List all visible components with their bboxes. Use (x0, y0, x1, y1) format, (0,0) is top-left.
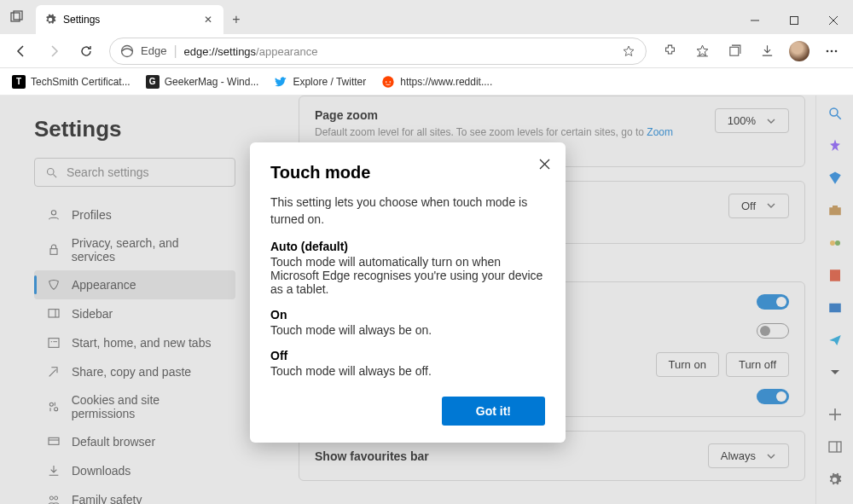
toggle-switch[interactable] (757, 294, 789, 310)
got-it-button[interactable]: Got it! (442, 397, 545, 426)
search-icon[interactable] (822, 101, 848, 126)
favorites-button[interactable] (688, 37, 717, 66)
nav-icon (46, 399, 61, 414)
favorite-item[interactable]: T TechSmith Certificat... (7, 72, 136, 92)
nav-item-default-browser[interactable]: Default browser (34, 427, 235, 456)
edge-icon (120, 44, 134, 58)
drop-icon[interactable] (822, 327, 848, 353)
search-input-field[interactable] (67, 165, 224, 179)
svg-rect-18 (50, 249, 57, 255)
nav-icon (46, 335, 61, 350)
hide-sidebar-icon[interactable] (822, 434, 848, 460)
svg-point-17 (51, 211, 55, 215)
svg-point-15 (48, 168, 55, 175)
chevron-down-icon (766, 116, 776, 126)
favorite-item[interactable]: G GeekerMag - Wind... (141, 72, 264, 92)
svg-point-30 (49, 496, 53, 500)
maximize-button[interactable] (775, 7, 814, 34)
sidebar-settings-icon[interactable] (822, 466, 848, 492)
svg-point-31 (55, 496, 58, 500)
nav-item-privacy-search-and-services[interactable]: Privacy, search, and services (34, 229, 235, 270)
toggle-switch[interactable] (757, 323, 789, 339)
option-description: Touch mode will always be off. (270, 364, 545, 378)
svg-rect-46 (829, 304, 841, 313)
chevron-down-icon (766, 200, 776, 211)
outlook-icon[interactable] (822, 295, 848, 321)
card-title: Page zoom (315, 108, 701, 122)
nav-label: Privacy, search, and services (72, 236, 223, 264)
nav-item-family-safety[interactable]: Family safety (34, 485, 235, 504)
svg-rect-45 (830, 269, 840, 281)
option-title: Off (270, 349, 545, 362)
minimize-button[interactable] (735, 7, 775, 34)
extensions-button[interactable] (655, 37, 684, 66)
nav-icon (46, 242, 61, 258)
browser-tab[interactable]: Settings ✕ (36, 5, 223, 34)
nav-item-profiles[interactable]: Profiles (34, 200, 235, 229)
page-title: Settings (34, 116, 235, 142)
nav-item-sidebar[interactable]: Sidebar (34, 299, 235, 328)
toggle-switch[interactable] (757, 389, 789, 404)
nav-label: Downloads (72, 464, 131, 478)
tools-icon[interactable] (822, 198, 848, 223)
tab-actions-button[interactable] (0, 0, 34, 34)
favorite-item[interactable]: https://www.reddit.... (376, 72, 497, 92)
add-button[interactable] (822, 402, 848, 427)
refresh-button[interactable] (72, 37, 101, 66)
nav-label: Sidebar (72, 307, 113, 321)
zoom-select[interactable]: 100% (715, 108, 789, 133)
svg-point-44 (835, 240, 840, 246)
nav-item-appearance[interactable]: Appearance (34, 270, 235, 299)
nav-icon (46, 306, 61, 322)
svg-rect-42 (833, 206, 838, 208)
option-description: Touch mode will automatically turn on wh… (270, 255, 545, 296)
address-bar[interactable]: Edge | edge://settings/appearance (109, 38, 647, 65)
more-menu-button[interactable] (817, 37, 846, 66)
svg-point-13 (386, 81, 387, 83)
nav-label: Share, copy and paste (72, 365, 191, 379)
games-icon[interactable] (822, 230, 848, 256)
nav-item-share-copy-and-paste[interactable]: Share, copy and paste (34, 357, 235, 386)
new-tab-button[interactable]: + (223, 5, 249, 34)
dialog-title: Touch mode (270, 163, 545, 182)
turn-on-button[interactable]: Turn on (656, 352, 719, 377)
favourites-bar-select[interactable]: Always (708, 443, 789, 468)
svg-point-24 (49, 403, 53, 406)
svg-rect-49 (829, 442, 841, 452)
settings-nav: ProfilesPrivacy, search, and servicesApp… (34, 200, 235, 504)
titlebar: Settings ✕ + (0, 0, 853, 34)
toolbar: Edge | edge://settings/appearance (0, 34, 853, 68)
chevron-down-icon[interactable] (822, 360, 848, 385)
card-title: Show favourites bar (315, 449, 429, 463)
option-description: Touch mode will always be on. (270, 323, 545, 337)
close-icon[interactable]: ✕ (201, 13, 215, 26)
reddit-icon (381, 75, 395, 89)
office-icon[interactable] (822, 263, 848, 288)
nav-item-downloads[interactable]: Downloads (34, 456, 235, 485)
collections-button[interactable] (720, 37, 749, 66)
discover-icon[interactable] (822, 133, 848, 159)
back-button[interactable] (7, 37, 36, 66)
forward-button[interactable] (39, 37, 68, 66)
svg-point-43 (830, 240, 835, 246)
svg-rect-28 (49, 437, 59, 444)
touch-mode-select[interactable]: Off (728, 194, 789, 218)
option-title: Auto (default) (270, 240, 545, 253)
shopping-icon[interactable] (822, 165, 848, 191)
svg-point-25 (54, 408, 57, 411)
close-window-button[interactable] (814, 7, 853, 34)
close-dialog-button[interactable] (535, 154, 554, 173)
turn-off-button[interactable]: Turn off (726, 352, 789, 377)
svg-point-9 (827, 49, 829, 52)
nav-item-start-home-and-new-tabs[interactable]: Start, home, and new tabs (34, 328, 235, 357)
svg-point-12 (383, 76, 394, 87)
downloads-button[interactable] (752, 37, 781, 66)
nav-item-cookies-and-site-permissions[interactable]: Cookies and site permissions (34, 386, 235, 427)
svg-rect-41 (829, 207, 841, 215)
profile-avatar[interactable] (785, 37, 814, 66)
search-settings-input[interactable] (34, 158, 235, 187)
favorite-star-icon[interactable] (617, 39, 641, 63)
favorite-label: TechSmith Certificat... (31, 76, 131, 88)
favorite-item[interactable]: Explore / Twitter (269, 72, 371, 92)
settings-sidebar: Settings ProfilesPrivacy, search, and se… (0, 96, 256, 504)
